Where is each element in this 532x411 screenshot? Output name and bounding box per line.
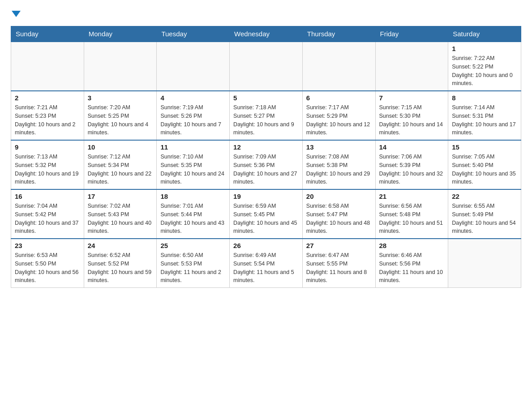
day-info: Sunrise: 7:12 AMSunset: 5:34 PMDaylight:… <box>88 153 153 186</box>
day-number: 16 <box>15 193 80 200</box>
calendar-cell: 15Sunrise: 7:05 AMSunset: 5:40 PMDayligh… <box>448 140 521 189</box>
day-info: Sunrise: 6:53 AMSunset: 5:50 PMDaylight:… <box>15 251 80 285</box>
day-info: Sunrise: 7:10 AMSunset: 5:35 PMDaylight:… <box>160 153 226 186</box>
calendar-cell: 19Sunrise: 6:59 AMSunset: 5:45 PMDayligh… <box>230 189 303 239</box>
day-number: 12 <box>233 143 299 151</box>
day-info: Sunrise: 7:05 AMSunset: 5:40 PMDaylight:… <box>452 153 517 186</box>
calendar-cell: 1Sunrise: 7:22 AMSunset: 5:22 PMDaylight… <box>448 42 521 91</box>
calendar-cell: 25Sunrise: 6:50 AMSunset: 5:53 PMDayligh… <box>157 239 230 288</box>
calendar-cell: 14Sunrise: 7:06 AMSunset: 5:39 PMDayligh… <box>375 140 448 189</box>
day-info: Sunrise: 6:59 AMSunset: 5:45 PMDaylight:… <box>233 202 299 235</box>
calendar-header-row: SundayMondayTuesdayWednesdayThursdayFrid… <box>11 26 521 42</box>
calendar-cell: 2Sunrise: 7:21 AMSunset: 5:23 PMDaylight… <box>11 91 84 140</box>
day-number: 13 <box>306 143 372 151</box>
day-number: 5 <box>233 94 299 102</box>
calendar-cell: 22Sunrise: 6:55 AMSunset: 5:49 PMDayligh… <box>448 189 521 239</box>
day-number: 1 <box>452 45 517 52</box>
week-row-5: 23Sunrise: 6:53 AMSunset: 5:50 PMDayligh… <box>11 239 521 288</box>
calendar-cell <box>375 42 448 91</box>
calendar-cell: 20Sunrise: 6:58 AMSunset: 5:47 PMDayligh… <box>302 189 375 239</box>
day-number: 18 <box>160 193 226 200</box>
calendar-cell <box>11 42 84 91</box>
week-row-3: 9Sunrise: 7:13 AMSunset: 5:32 PMDaylight… <box>11 140 521 189</box>
day-number: 24 <box>88 242 153 249</box>
calendar-cell: 23Sunrise: 6:53 AMSunset: 5:50 PMDayligh… <box>11 239 84 288</box>
day-info: Sunrise: 6:58 AMSunset: 5:47 PMDaylight:… <box>306 202 372 235</box>
day-number: 3 <box>88 94 153 102</box>
day-number: 19 <box>233 193 299 200</box>
week-row-1: 1Sunrise: 7:22 AMSunset: 5:22 PMDaylight… <box>11 42 521 91</box>
calendar-cell: 5Sunrise: 7:18 AMSunset: 5:27 PMDaylight… <box>230 91 303 140</box>
day-info: Sunrise: 7:17 AMSunset: 5:29 PMDaylight:… <box>306 103 372 137</box>
calendar-cell: 8Sunrise: 7:14 AMSunset: 5:31 PMDaylight… <box>448 91 521 140</box>
calendar-cell: 28Sunrise: 6:46 AMSunset: 5:56 PMDayligh… <box>375 239 448 288</box>
calendar-cell <box>84 42 157 91</box>
calendar-cell <box>157 42 230 91</box>
calendar-cell <box>230 42 303 91</box>
day-number: 27 <box>306 242 372 249</box>
day-info: Sunrise: 6:49 AMSunset: 5:54 PMDaylight:… <box>233 251 299 285</box>
day-number: 25 <box>160 242 226 249</box>
calendar-header-monday: Monday <box>84 26 157 42</box>
day-info: Sunrise: 7:09 AMSunset: 5:36 PMDaylight:… <box>233 153 299 186</box>
day-info: Sunrise: 7:18 AMSunset: 5:27 PMDaylight:… <box>233 103 299 137</box>
day-number: 26 <box>233 242 299 249</box>
day-number: 10 <box>88 143 153 151</box>
calendar-header-wednesday: Wednesday <box>230 26 303 42</box>
day-info: Sunrise: 7:04 AMSunset: 5:42 PMDaylight:… <box>15 202 80 235</box>
day-info: Sunrise: 7:14 AMSunset: 5:31 PMDaylight:… <box>452 103 517 137</box>
calendar-cell: 24Sunrise: 6:52 AMSunset: 5:52 PMDayligh… <box>84 239 157 288</box>
day-info: Sunrise: 7:20 AMSunset: 5:25 PMDaylight:… <box>88 103 153 137</box>
day-number: 20 <box>306 193 372 200</box>
calendar-cell <box>302 42 375 91</box>
day-info: Sunrise: 6:46 AMSunset: 5:56 PMDaylight:… <box>379 251 445 285</box>
day-info: Sunrise: 7:19 AMSunset: 5:26 PMDaylight:… <box>160 103 226 137</box>
day-number: 28 <box>379 242 445 249</box>
calendar-header-friday: Friday <box>375 26 448 42</box>
calendar-cell: 6Sunrise: 7:17 AMSunset: 5:29 PMDaylight… <box>302 91 375 140</box>
day-info: Sunrise: 7:06 AMSunset: 5:39 PMDaylight:… <box>379 153 445 186</box>
day-info: Sunrise: 7:13 AMSunset: 5:32 PMDaylight:… <box>15 153 80 186</box>
calendar-cell: 7Sunrise: 7:15 AMSunset: 5:30 PMDaylight… <box>375 91 448 140</box>
day-number: 9 <box>15 143 80 151</box>
calendar-header-saturday: Saturday <box>448 26 521 42</box>
calendar-cell: 4Sunrise: 7:19 AMSunset: 5:26 PMDaylight… <box>157 91 230 140</box>
calendar-cell: 12Sunrise: 7:09 AMSunset: 5:36 PMDayligh… <box>230 140 303 189</box>
day-info: Sunrise: 7:01 AMSunset: 5:44 PMDaylight:… <box>160 202 226 235</box>
calendar-cell: 10Sunrise: 7:12 AMSunset: 5:34 PMDayligh… <box>84 140 157 189</box>
day-info: Sunrise: 6:56 AMSunset: 5:48 PMDaylight:… <box>379 202 445 235</box>
day-number: 6 <box>306 94 372 102</box>
calendar-header-sunday: Sunday <box>11 26 84 42</box>
calendar-cell: 11Sunrise: 7:10 AMSunset: 5:35 PMDayligh… <box>157 140 230 189</box>
day-number: 15 <box>452 143 517 151</box>
week-row-4: 16Sunrise: 7:04 AMSunset: 5:42 PMDayligh… <box>11 189 521 239</box>
calendar-cell: 13Sunrise: 7:08 AMSunset: 5:38 PMDayligh… <box>302 140 375 189</box>
logo <box>11 11 21 17</box>
logo-triangle-icon <box>12 11 21 17</box>
day-info: Sunrise: 7:15 AMSunset: 5:30 PMDaylight:… <box>379 103 445 137</box>
calendar-cell: 16Sunrise: 7:04 AMSunset: 5:42 PMDayligh… <box>11 189 84 239</box>
day-info: Sunrise: 7:08 AMSunset: 5:38 PMDaylight:… <box>306 153 372 186</box>
day-info: Sunrise: 6:47 AMSunset: 5:55 PMDaylight:… <box>306 251 372 285</box>
day-number: 21 <box>379 193 445 200</box>
calendar-cell: 9Sunrise: 7:13 AMSunset: 5:32 PMDaylight… <box>11 140 84 189</box>
day-info: Sunrise: 6:50 AMSunset: 5:53 PMDaylight:… <box>160 251 226 285</box>
calendar-cell: 26Sunrise: 6:49 AMSunset: 5:54 PMDayligh… <box>230 239 303 288</box>
calendar-header-tuesday: Tuesday <box>157 26 230 42</box>
day-number: 2 <box>15 94 80 102</box>
day-number: 22 <box>452 193 517 200</box>
day-number: 14 <box>379 143 445 151</box>
calendar-cell: 17Sunrise: 7:02 AMSunset: 5:43 PMDayligh… <box>84 189 157 239</box>
calendar-cell: 21Sunrise: 6:56 AMSunset: 5:48 PMDayligh… <box>375 189 448 239</box>
calendar-cell: 18Sunrise: 7:01 AMSunset: 5:44 PMDayligh… <box>157 189 230 239</box>
day-info: Sunrise: 7:22 AMSunset: 5:22 PMDaylight:… <box>452 54 517 88</box>
calendar-table: SundayMondayTuesdayWednesdayThursdayFrid… <box>11 26 521 288</box>
day-number: 7 <box>379 94 445 102</box>
day-info: Sunrise: 7:02 AMSunset: 5:43 PMDaylight:… <box>88 202 153 235</box>
day-number: 17 <box>88 193 153 200</box>
day-number: 23 <box>15 242 80 249</box>
day-number: 11 <box>160 143 226 151</box>
day-info: Sunrise: 6:55 AMSunset: 5:49 PMDaylight:… <box>452 202 517 235</box>
day-info: Sunrise: 6:52 AMSunset: 5:52 PMDaylight:… <box>88 251 153 285</box>
day-number: 4 <box>160 94 226 102</box>
